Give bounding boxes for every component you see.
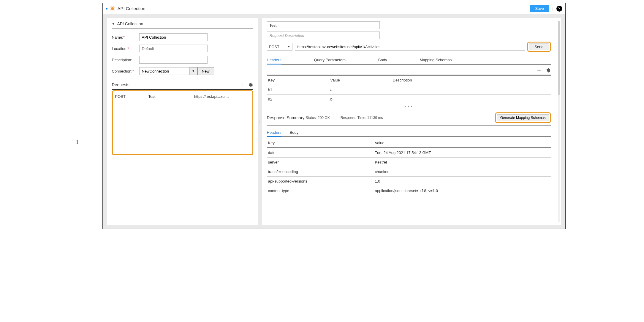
response-header-row: server Kestrel	[267, 158, 551, 167]
left-panel: ▼ API Collection Name:* Location:* Descr…	[107, 18, 258, 225]
resp-key: date	[268, 150, 375, 155]
description-input[interactable]	[139, 56, 208, 64]
add-request-icon[interactable]	[240, 82, 245, 87]
save-button[interactable]: Save	[530, 5, 549, 12]
chevron-down-icon: ▼	[288, 45, 290, 48]
scrollbar-thumb[interactable]	[558, 21, 560, 95]
collapse-toggle-icon[interactable]: ▼	[112, 22, 115, 26]
header-value: b	[330, 97, 393, 101]
resp-value: Tue, 24 Aug 2021 17:54:13 GMT	[375, 150, 550, 155]
description-label: Description:	[112, 58, 139, 62]
resp-key: server	[268, 160, 375, 164]
tab-headers[interactable]: Headers	[267, 56, 281, 64]
resp-col-value: Value	[375, 141, 550, 145]
response-headers-header: Key Value	[267, 138, 551, 148]
app-logo-icon	[110, 6, 115, 11]
header-row[interactable]: h1 a	[267, 85, 551, 95]
request-name-input[interactable]	[267, 21, 380, 29]
request-url: https://restapi.azur...	[194, 94, 250, 99]
response-header-row: transfer-encoding chunked	[267, 167, 551, 177]
ellipsis-icon[interactable]: • • •	[267, 104, 551, 111]
location-label: Location:	[112, 46, 128, 51]
resp-value: 1.0	[375, 179, 550, 183]
location-input[interactable]	[139, 45, 208, 52]
annotation-1: 1	[76, 139, 79, 145]
resp-value: application/json; charset=utf-8; v=1.0	[375, 189, 550, 193]
requests-list: POST Test https://restapi.azur...	[112, 90, 253, 155]
resp-key: api-supported-versions	[268, 179, 375, 183]
tab-response-headers[interactable]: Headers	[267, 128, 281, 136]
request-name: Test	[148, 94, 194, 99]
response-summary-title: Response Summary	[267, 115, 305, 120]
tab-query-parameters[interactable]: Query Parameters	[314, 56, 346, 64]
requests-title: Requests	[112, 82, 129, 87]
app-window: API Collection Save | ✕ ▼ API Collection…	[102, 3, 566, 229]
title-bar: API Collection Save | ✕	[103, 3, 565, 14]
request-description-input[interactable]	[267, 32, 380, 39]
connection-label: Connection:	[112, 69, 132, 73]
header-desc	[393, 87, 550, 92]
section-title: API Collection	[117, 21, 143, 26]
http-method-value: POST	[269, 45, 279, 49]
response-status: Status: 200 OK	[306, 116, 330, 120]
col-key: Key	[268, 78, 330, 82]
add-header-icon[interactable]	[537, 67, 542, 73]
request-method: POST	[115, 94, 148, 99]
resp-col-key: Key	[268, 141, 375, 145]
resp-key: transfer-encoding	[268, 169, 375, 174]
window-title: API Collection	[118, 6, 145, 11]
generate-mapping-schemas-button[interactable]: Generate Mapping Schemas	[497, 114, 549, 121]
name-input[interactable]	[139, 33, 208, 41]
col-value: Value	[330, 78, 393, 82]
tab-mapping-schemas[interactable]: Mapping Schemas	[420, 56, 452, 64]
tab-body[interactable]: Body	[378, 56, 387, 64]
response-time: Response Time: 11139 ms	[341, 116, 383, 120]
response-header-row: api-supported-versions 1.0	[267, 177, 551, 186]
http-method-select[interactable]: POST ▼	[267, 43, 292, 51]
connection-dropdown-button[interactable]: ▼	[190, 67, 197, 75]
header-value: a	[330, 87, 393, 92]
resp-key: content-type	[268, 189, 375, 193]
new-connection-button[interactable]: New	[197, 67, 214, 75]
modified-indicator-icon	[106, 8, 107, 10]
col-description: Description	[393, 78, 550, 82]
headers-table-header: Key Value Description	[267, 76, 551, 85]
connection-input[interactable]	[139, 67, 190, 75]
request-row[interactable]: POST Test https://restapi.azur...	[113, 91, 252, 102]
right-panel: POST ▼ Send Headers Query Parameters Bod…	[262, 18, 561, 225]
response-header-row: date Tue, 24 Aug 2021 17:54:13 GMT	[267, 148, 551, 158]
resp-value: Kestrel	[375, 160, 550, 164]
header-desc	[393, 97, 550, 101]
name-label: Name:	[112, 35, 123, 40]
send-button[interactable]: Send	[529, 43, 549, 50]
url-input[interactable]	[295, 43, 525, 51]
response-tabs: Headers Body	[267, 128, 551, 137]
header-key: h1	[268, 87, 330, 92]
tab-response-body[interactable]: Body	[290, 128, 299, 136]
header-key: h2	[268, 97, 330, 101]
resp-value: chunked	[375, 169, 550, 174]
request-tabs: Headers Query Parameters Body Mapping Sc…	[267, 56, 551, 65]
header-row[interactable]: h2 b	[267, 95, 551, 104]
settings-icon[interactable]	[248, 82, 253, 87]
close-button[interactable]: ✕	[556, 6, 562, 12]
panel-splitter[interactable]: ⋮	[258, 14, 260, 229]
headers-settings-icon[interactable]	[545, 67, 551, 73]
response-header-row: content-type application/json; charset=u…	[267, 186, 551, 195]
